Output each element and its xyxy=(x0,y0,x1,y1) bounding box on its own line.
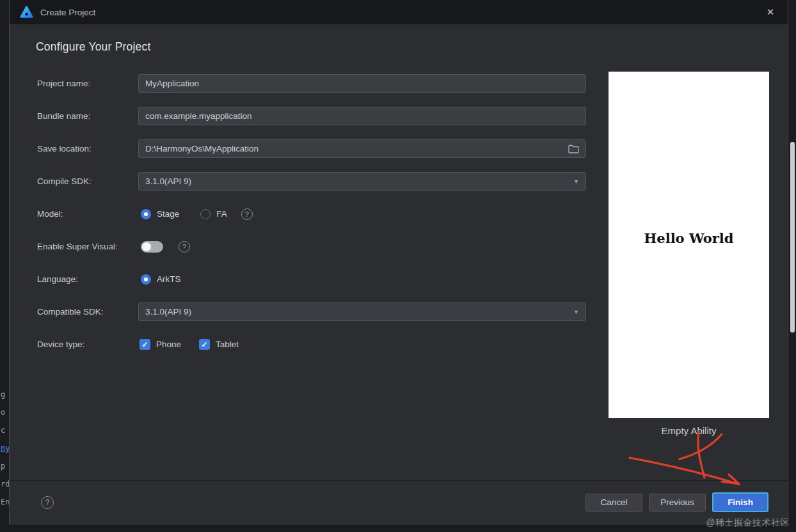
previous-button[interactable]: Previous xyxy=(649,494,706,512)
folder-icon xyxy=(568,145,579,153)
model-fa-option-label: FA xyxy=(216,209,227,219)
project-form: Project name: MyApplication Bundle name:… xyxy=(10,67,598,361)
bundle-name-value: com.example.myapplication xyxy=(145,111,252,121)
language-label: Language: xyxy=(37,274,138,284)
save-location-label: Save location: xyxy=(37,144,138,153)
form-row-compile-sdk: Compile SDK: 3.1.0(API 9) ▼ xyxy=(10,165,598,198)
device-type-tablet-label: Tablet xyxy=(216,340,239,349)
create-project-dialog: Create Project ✕ Configure Your Project … xyxy=(9,0,788,524)
compile-sdk-label: Compile SDK: xyxy=(37,176,138,186)
form-row-enable-super-visual: Enable Super Visual: ? xyxy=(10,230,598,263)
compatible-sdk-value: 3.1.0(API 9) xyxy=(145,307,191,317)
model-stage-option-label: Stage xyxy=(157,209,179,219)
model-label: Model: xyxy=(37,209,138,219)
bundle-name-input[interactable]: com.example.myapplication xyxy=(138,107,586,125)
footer-help-icon[interactable]: ? xyxy=(41,496,54,509)
deveco-studio-logo-icon xyxy=(20,6,33,19)
bg-text-fragment: o xyxy=(1,408,5,417)
preview-hello-world-text: Hello World xyxy=(644,230,733,246)
form-row-compatible-sdk: Compatible SDK: 3.1.0(API 9) ▼ xyxy=(10,295,598,328)
language-arkts-radio[interactable] xyxy=(141,274,151,285)
template-name: Empty Ability xyxy=(609,425,769,436)
page-title: Configure Your Project xyxy=(36,40,151,54)
language-arkts-option-label: ArkTS xyxy=(157,274,181,284)
project-name-label: Project name: xyxy=(37,79,138,88)
device-type-tablet-checkbox[interactable]: ✓ xyxy=(199,339,210,350)
device-type-phone-checkbox[interactable]: ✓ xyxy=(139,339,150,350)
enable-super-visual-help-icon[interactable]: ? xyxy=(179,241,190,253)
compatible-sdk-select[interactable]: 3.1.0(API 9) ▼ xyxy=(138,302,586,321)
save-location-input[interactable]: D:\HarmonyOs\MyApplication xyxy=(138,139,586,158)
form-row-save-location: Save location: D:\HarmonyOs\MyApplicatio… xyxy=(10,132,598,165)
save-location-value: D:\HarmonyOs\MyApplication xyxy=(145,144,259,153)
close-icon[interactable]: ✕ xyxy=(761,3,780,22)
dialog-titlebar: Create Project ✕ xyxy=(10,0,788,24)
bg-text-fragment: p xyxy=(1,462,5,471)
compile-sdk-select[interactable]: 3.1.0(API 9) ▼ xyxy=(138,172,586,191)
chevron-down-icon: ▼ xyxy=(573,309,579,315)
form-row-model: Model: Stage FA ? xyxy=(10,198,598,230)
device-type-label: Device type: xyxy=(37,340,138,349)
enable-super-visual-toggle[interactable] xyxy=(141,241,163,253)
device-type-phone-label: Phone xyxy=(156,340,181,349)
model-stage-radio[interactable] xyxy=(141,209,151,219)
bundle-name-label: Bundle name: xyxy=(37,111,138,121)
form-row-bundle-name: Bundle name: com.example.myapplication xyxy=(10,100,598,132)
preview-device-screen: Hello World xyxy=(609,72,769,418)
model-help-icon[interactable]: ? xyxy=(241,208,253,220)
form-row-device-type: Device type: ✓ Phone ✓ Tablet xyxy=(10,328,598,361)
compile-sdk-value: 3.1.0(API 9) xyxy=(145,176,191,186)
background-scrollbar[interactable] xyxy=(790,142,795,332)
enable-super-visual-label: Enable Super Visual: xyxy=(37,242,138,251)
dialog-title: Create Project xyxy=(40,8,95,17)
project-name-value: MyApplication xyxy=(145,79,199,88)
browse-folder-button[interactable] xyxy=(568,145,579,153)
cancel-button[interactable]: Cancel xyxy=(585,494,642,512)
template-preview: Hello World Empty Ability xyxy=(609,72,769,436)
watermark: @稀土掘金技术社区 xyxy=(706,517,790,529)
bg-text-fragment: g xyxy=(1,390,5,399)
model-fa-radio[interactable] xyxy=(200,209,211,219)
project-name-input[interactable]: MyApplication xyxy=(138,74,586,93)
finish-button[interactable]: Finish xyxy=(712,492,768,512)
form-row-language: Language: ArkTS xyxy=(10,263,598,295)
toggle-knob xyxy=(142,242,151,251)
bg-text-fragment: c xyxy=(1,426,5,435)
compatible-sdk-label: Compatible SDK: xyxy=(37,307,138,317)
dialog-footer: ? Cancel Previous Finish xyxy=(10,480,788,524)
chevron-down-icon: ▼ xyxy=(573,178,579,185)
form-row-project-name: Project name: MyApplication xyxy=(10,67,598,100)
dialog-body: Configure Your Project Project name: MyA… xyxy=(10,24,788,480)
